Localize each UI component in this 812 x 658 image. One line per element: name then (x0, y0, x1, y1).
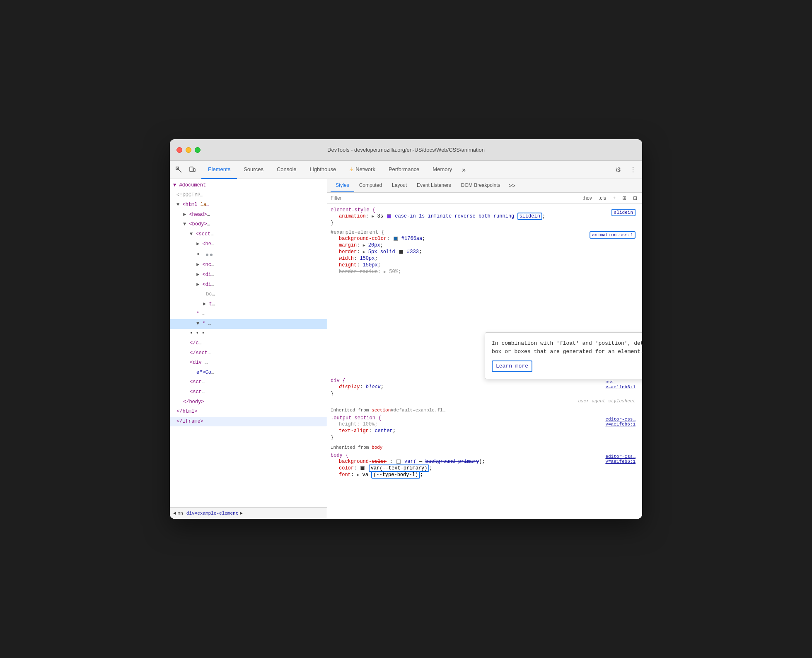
tab-sources[interactable]: Sources (237, 161, 270, 179)
body-color-property: color: var(--text-primary); (331, 465, 639, 472)
tree-line[interactable]: <scr… (170, 387, 327, 397)
tab-styles[interactable]: Styles (331, 179, 354, 192)
section-ref[interactable]: section (372, 408, 391, 413)
file-ref: #default-example.fl… (391, 408, 445, 413)
height-property: height: 150px; (331, 262, 639, 269)
close-button[interactable] (176, 147, 182, 153)
body-color-swatch[interactable] (360, 466, 365, 470)
tab-performance-label: Performance (389, 166, 419, 172)
svg-rect-2 (190, 167, 193, 172)
tab-network[interactable]: ⚠ Network (343, 161, 382, 179)
tree-line[interactable]: • (170, 249, 327, 260)
font-expand[interactable]: ▶ (357, 473, 359, 477)
styles-panel: Styles Computed Layout Event Listeners D… (327, 179, 642, 519)
filter-bar: :hov .cls + ⊞ ⊡ (327, 193, 642, 204)
breadcrumb-bar: ◄ mn div#example-element ► (170, 507, 327, 519)
tree-line[interactable]: –bc… (170, 290, 327, 300)
tree-line[interactable]: ▼ <body>… (170, 220, 327, 230)
styles-content: element.style { slidein animation: ▶ 3s … (327, 204, 642, 519)
tree-line[interactable]: </iframe> (170, 417, 327, 427)
filter-input[interactable] (331, 195, 581, 201)
breadcrumb-left-arrow[interactable]: ◄ (173, 511, 176, 516)
tree-line[interactable]: <!DOCTYP… (170, 191, 327, 201)
tree-line[interactable]: </sect… (170, 348, 327, 358)
breadcrumb-right-arrow[interactable]: ► (240, 511, 243, 516)
margin-expand[interactable]: ▶ (363, 243, 365, 248)
bg-color-swatch[interactable] (394, 237, 398, 241)
element-style-source[interactable]: slidein (611, 209, 636, 216)
tree-line[interactable]: ► <he… (170, 239, 327, 249)
filter-controls: :hov .cls + ⊞ ⊡ (581, 194, 639, 202)
border-expand[interactable]: ▶ (363, 250, 365, 254)
inspect-icon[interactable] (173, 164, 185, 176)
tab-lighthouse[interactable]: Lighthouse (303, 161, 343, 179)
border-color-swatch[interactable] (399, 250, 403, 254)
breadcrumb-element[interactable]: div#example-element (186, 511, 238, 516)
tooltip-popup: In combination with 'float' and 'positio… (485, 332, 642, 379)
tree-line[interactable]: ► <di… (170, 270, 327, 280)
tree-line[interactable]: ► <di… (170, 280, 327, 290)
tree-line-selected[interactable]: ▼ * … (170, 319, 327, 329)
tree-line[interactable]: </html> (170, 407, 327, 417)
tab-elements[interactable]: Elements (201, 161, 237, 179)
element-style-rule: element.style { slidein animation: ▶ 3s … (327, 206, 642, 228)
output-rule-close: } (331, 434, 639, 441)
output-section-rule: .output section { editor-css…v=ae1feb6:1… (327, 414, 642, 443)
new-style-rule-icon[interactable]: ⊞ (621, 194, 628, 202)
tooltip-text: In combination with 'float' and 'positio… (492, 339, 642, 356)
animation-css-source[interactable]: animation.css:1 (590, 231, 636, 239)
border-radius-expand[interactable]: ▶ (384, 270, 386, 274)
device-toolbar-icon[interactable] (186, 164, 198, 176)
tree-line[interactable]: <scr… (170, 377, 327, 387)
tree-line[interactable]: ▼ <html la… (170, 200, 327, 210)
tab-lighthouse-label: Lighthouse (310, 166, 336, 172)
animation-color-swatch[interactable] (387, 214, 391, 218)
tab-network-label: Network (355, 166, 375, 172)
minimize-button[interactable] (186, 147, 191, 153)
tab-dom-breakpoints[interactable]: DOM Breakpoints (456, 179, 505, 192)
animation-property: animation: ▶ 3s ease-in 1s infinite reve… (331, 213, 639, 220)
tree-line[interactable]: </body> (170, 397, 327, 407)
tree-line[interactable]: <div … (170, 358, 327, 368)
panel-tabs-more[interactable]: >> (507, 179, 517, 192)
tree-line[interactable]: • • • (170, 329, 327, 339)
div-rule-close: } (331, 390, 639, 397)
tree-line[interactable]: * … (170, 309, 327, 319)
tree-line[interactable]: ► <head>… (170, 210, 327, 220)
body-bgcolor-swatch[interactable] (396, 460, 401, 464)
tab-performance[interactable]: Performance (382, 161, 426, 179)
tree-line[interactable]: ► <nc… (170, 260, 327, 270)
tab-computed[interactable]: Computed (354, 179, 387, 192)
more-tabs-button[interactable]: » (459, 166, 469, 174)
tab-elements-label: Elements (208, 166, 230, 172)
tab-sources-label: Sources (244, 166, 263, 172)
tree-line[interactable]: e">Co… (170, 368, 327, 378)
tab-event-listeners[interactable]: Event Listeners (412, 179, 456, 192)
tab-event-listeners-label: Event Listeners (417, 182, 451, 188)
tree-line[interactable]: ▼ <sect… (170, 230, 327, 239)
panel-tabs: Styles Computed Layout Event Listeners D… (327, 179, 642, 193)
tree-line[interactable]: </c… (170, 339, 327, 348)
div-source[interactable]: css…v=ae1feb6:1 (605, 380, 636, 389)
output-source[interactable]: editor-css…v=ae1feb6:1 (605, 417, 636, 427)
inherited-section-label: Inherited from section#default-example.f… (327, 405, 642, 414)
computed-styles-icon[interactable]: ⊡ (631, 194, 639, 202)
tree-line[interactable]: ▼ #document (170, 181, 327, 191)
tab-layout[interactable]: Layout (387, 179, 412, 192)
settings-icon[interactable]: ⚙ (612, 164, 624, 176)
margin-property: margin: ▶ 20px; (331, 242, 639, 249)
maximize-button[interactable] (195, 147, 201, 153)
breadcrumb-mn[interactable]: mn (178, 511, 183, 516)
element-style-close: } (331, 220, 639, 226)
hov-button[interactable]: :hov (581, 194, 594, 202)
tab-memory[interactable]: Memory (426, 161, 459, 179)
body-ref[interactable]: body (372, 445, 382, 450)
cls-button[interactable]: .cls (597, 194, 608, 202)
more-options-icon[interactable]: ⋮ (627, 164, 639, 176)
animation-expand[interactable]: ▶ (372, 214, 374, 219)
tree-line[interactable]: ► t… (170, 300, 327, 310)
tab-console[interactable]: Console (270, 161, 303, 179)
body-source[interactable]: editor-css…v=ae1feb6:1 (605, 454, 636, 464)
learn-more-link[interactable]: Learn more (492, 360, 532, 372)
add-rule-button[interactable]: + (611, 194, 617, 202)
